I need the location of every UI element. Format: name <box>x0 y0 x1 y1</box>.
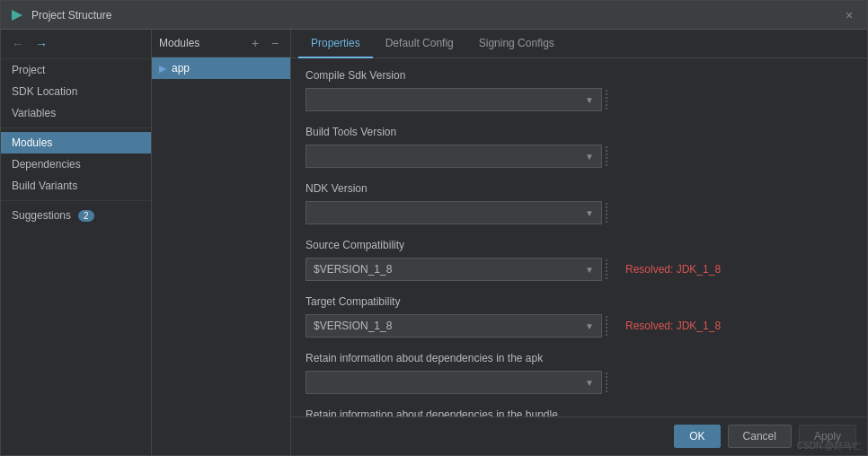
compile-sdk-label: Compile Sdk Version <box>306 69 853 82</box>
target-compat-resolved: Resolved: JDK_1_8 <box>625 320 721 332</box>
source-compat-select[interactable]: $VERSION_1_8 ▼ <box>306 258 602 281</box>
ndk-version-label: NDK Version <box>306 182 853 195</box>
main-content: Properties Default Config Signing Config… <box>291 30 867 455</box>
target-compat-select[interactable]: $VERSION_1_8 ▼ <box>306 314 602 338</box>
dialog-title: Project Structure <box>31 9 111 22</box>
field-compile-sdk: Compile Sdk Version ▼ <box>306 69 853 113</box>
forward-button[interactable]: → <box>31 35 51 53</box>
remove-module-button[interactable]: − <box>267 35 283 51</box>
close-button[interactable]: × <box>840 6 858 24</box>
field-retain-apk: Retain information about dependencies in… <box>306 352 853 396</box>
sidebar-item-project[interactable]: Project <box>1 59 151 81</box>
module-item-app[interactable]: ▶ app <box>152 57 290 79</box>
modules-title: Modules <box>159 37 199 49</box>
title-bar-left: Project Structure <box>10 8 111 22</box>
modules-header: Modules + − <box>152 30 290 57</box>
build-tools-row: ▼ <box>306 143 853 170</box>
source-compat-row: $VERSION_1_8 ▼ Resolved: JDK_1_8 <box>306 256 853 283</box>
tab-signing-configs[interactable]: Signing Configs <box>466 30 567 58</box>
tabs: Properties Default Config Signing Config… <box>291 30 867 58</box>
field-build-tools: Build Tools Version ▼ <box>306 126 853 170</box>
field-ndk-version: NDK Version ▼ <box>306 182 853 226</box>
svg-marker-0 <box>12 10 22 21</box>
retain-bundle-label: Retain information about dependencies in… <box>306 408 853 417</box>
retain-apk-grip <box>606 369 615 396</box>
source-compat-grip <box>606 256 615 283</box>
source-compat-resolved: Resolved: JDK_1_8 <box>625 263 721 276</box>
project-icon <box>10 8 24 22</box>
ndk-dropdown-arrow: ▼ <box>585 208 594 218</box>
sidebar-items: Project SDK Location Variables Modules D… <box>1 59 151 455</box>
properties-panel: Compile Sdk Version ▼ Build T <box>291 58 867 417</box>
retain-apk-row: ▼ <box>306 369 853 396</box>
build-tools-dropdown-arrow: ▼ <box>585 152 594 162</box>
title-bar: Project Structure × <box>1 1 867 30</box>
dialog-footer: OK Cancel Apply <box>291 417 867 455</box>
project-structure-dialog: Project Structure × ← → Project SDK Loca… <box>0 0 868 456</box>
retain-apk-label: Retain information about dependencies in… <box>306 352 853 364</box>
sidebar-divider <box>1 127 151 128</box>
modules-panel: Modules + − ▶ app <box>152 30 291 455</box>
target-compat-grip <box>606 312 615 339</box>
ndk-version-row: ▼ <box>306 199 853 226</box>
cancel-button[interactable]: Cancel <box>728 425 792 448</box>
target-compat-label: Target Compatibility <box>306 295 853 308</box>
module-folder-icon: ▶ <box>159 63 166 75</box>
modules-actions: + − <box>247 35 283 51</box>
source-compat-dropdown-arrow: ▼ <box>585 265 594 275</box>
nav-arrows: ← → <box>1 30 151 59</box>
sidebar-item-sdk-location[interactable]: SDK Location <box>1 81 151 102</box>
suggestions-badge: 2 <box>78 210 94 222</box>
build-tools-select[interactable]: ▼ <box>306 145 602 168</box>
modules-list: ▶ app <box>152 57 290 455</box>
sidebar-item-modules[interactable]: Modules <box>1 132 151 153</box>
sidebar-divider-2 <box>1 200 151 201</box>
field-retain-bundle: Retain information about dependencies in… <box>306 408 853 417</box>
target-compat-row: $VERSION_1_8 ▼ Resolved: JDK_1_8 <box>306 312 853 339</box>
tab-properties[interactable]: Properties <box>298 30 373 58</box>
dialog-content: ← → Project SDK Location Variables Modul… <box>1 30 867 455</box>
back-button[interactable]: ← <box>8 35 28 53</box>
compile-sdk-row: ▼ <box>306 86 853 113</box>
tab-default-config[interactable]: Default Config <box>373 30 466 58</box>
compile-sdk-grip <box>606 86 615 113</box>
compile-sdk-select[interactable]: ▼ <box>306 88 602 111</box>
retain-apk-dropdown-arrow: ▼ <box>585 378 594 388</box>
sidebar-item-build-variants[interactable]: Build Variants <box>1 175 151 197</box>
sidebar-item-variables[interactable]: Variables <box>1 102 151 124</box>
add-module-button[interactable]: + <box>247 35 263 51</box>
build-tools-grip <box>606 143 615 170</box>
compile-sdk-dropdown-arrow: ▼ <box>585 95 594 105</box>
field-target-compat: Target Compatibility $VERSION_1_8 ▼ Reso… <box>306 295 853 339</box>
sidebar-item-dependencies[interactable]: Dependencies <box>1 153 151 175</box>
field-source-compat: Source Compatibility $VERSION_1_8 ▼ Reso… <box>306 239 853 283</box>
sidebar: ← → Project SDK Location Variables Modul… <box>1 30 152 455</box>
ndk-grip <box>606 199 615 226</box>
watermark: CSDN @好马亡 <box>797 440 861 452</box>
target-compat-dropdown-arrow: ▼ <box>585 321 594 331</box>
module-item-label: app <box>172 62 190 75</box>
retain-apk-select[interactable]: ▼ <box>306 371 602 394</box>
sidebar-item-suggestions[interactable]: Suggestions 2 <box>1 205 151 226</box>
source-compat-label: Source Compatibility <box>306 239 853 251</box>
ok-button[interactable]: OK <box>674 425 720 448</box>
build-tools-label: Build Tools Version <box>306 126 853 138</box>
ndk-version-select[interactable]: ▼ <box>306 201 602 224</box>
